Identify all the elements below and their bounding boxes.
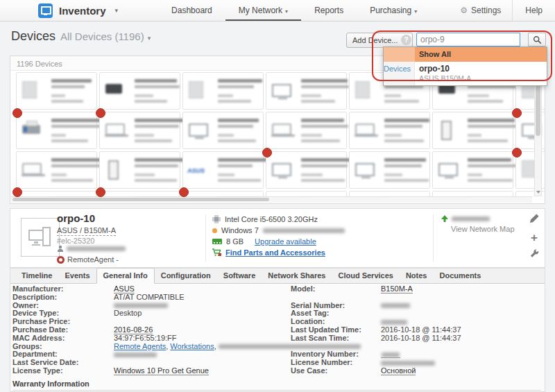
device-cards-container: ASUS bbox=[10, 71, 545, 197]
field-value-cell bbox=[114, 350, 157, 358]
redacted-text bbox=[384, 139, 424, 142]
search-result-item[interactable]: Devices orpo-10 ASUS B150M-A bbox=[384, 62, 547, 85]
cart-icon bbox=[212, 248, 221, 257]
inventory-logo-icon[interactable] bbox=[38, 3, 53, 18]
redacted-text bbox=[51, 164, 104, 167]
device-card[interactable] bbox=[16, 112, 97, 149]
field-value: 34:97:F6:55:19:FF bbox=[114, 334, 177, 342]
redacted-text bbox=[468, 164, 517, 167]
device-card[interactable] bbox=[182, 112, 264, 149]
alert-badge bbox=[179, 187, 189, 197]
file-device-icon bbox=[22, 81, 37, 99]
nav-item-dashboard[interactable]: Dashboard bbox=[158, 0, 225, 21]
upgrade-available-link[interactable]: Upgrade available bbox=[255, 237, 316, 246]
monitor-device-icon bbox=[189, 123, 208, 137]
redacted-text bbox=[384, 164, 422, 167]
device-card[interactable] bbox=[266, 151, 347, 189]
device-card[interactable] bbox=[432, 151, 513, 189]
show-all-option[interactable]: Show All bbox=[384, 47, 547, 62]
editable-value[interactable]: Windows 10 Pro Get Genue bbox=[114, 366, 209, 375]
tab-notes[interactable]: Notes bbox=[400, 269, 434, 283]
view-selector[interactable]: All Devices (1196) bbox=[60, 31, 144, 42]
redacted-text bbox=[51, 179, 93, 182]
redacted-owner-name bbox=[67, 246, 126, 251]
device-card[interactable] bbox=[349, 112, 430, 149]
detail-actions: + bbox=[527, 213, 542, 267]
redacted-os-detail bbox=[263, 228, 345, 233]
nav-item-my-network[interactable]: My Network▾ bbox=[225, 0, 301, 21]
file-device-icon bbox=[355, 81, 370, 99]
search-help-icon[interactable]: ? bbox=[401, 35, 411, 45]
tools-button[interactable] bbox=[527, 249, 542, 267]
device-card[interactable] bbox=[99, 112, 180, 149]
vertical-scroll-thumb[interactable] bbox=[536, 80, 540, 136]
file-device-icon bbox=[189, 81, 203, 99]
device-make-model[interactable]: ASUS / B150M-A bbox=[57, 226, 116, 235]
tab-configuration[interactable]: Configuration bbox=[155, 269, 217, 283]
dropdown-gutter bbox=[384, 47, 415, 62]
warranty-section-header: Warranty Information bbox=[12, 380, 89, 388]
tab-documents[interactable]: Documents bbox=[433, 269, 487, 283]
vertical-scrollbar[interactable] bbox=[534, 71, 542, 196]
redacted-text bbox=[301, 179, 345, 182]
redacted-text bbox=[301, 119, 344, 122]
info-field-model: Model:B150M-A bbox=[291, 285, 461, 293]
editable-redacted-value[interactable] bbox=[381, 351, 400, 358]
search-input[interactable] bbox=[416, 33, 520, 46]
os-spec-row: Windows 7 bbox=[212, 225, 345, 236]
add-button[interactable]: + bbox=[527, 231, 542, 249]
network-meta: View Network Map bbox=[441, 215, 515, 233]
panel-divider bbox=[433, 214, 434, 262]
tab-events[interactable]: Events bbox=[58, 269, 96, 283]
horizontal-scrollbar[interactable] bbox=[11, 196, 532, 203]
device-card[interactable] bbox=[432, 112, 513, 149]
edit-button[interactable] bbox=[527, 213, 542, 231]
tab-general-info[interactable]: General Info bbox=[96, 268, 155, 284]
scroll-down-icon[interactable] bbox=[536, 191, 540, 194]
page-title-text: Devices bbox=[11, 29, 56, 43]
info-field-last-scan-time: Last Scan Time:2016-10-18 @ 11:44:37 bbox=[291, 334, 461, 343]
horizontal-scroll-thumb[interactable] bbox=[12, 198, 269, 201]
field-value-cell: 2016-10-18 @ 11:44:37 bbox=[381, 334, 461, 342]
search-submit-button[interactable] bbox=[528, 33, 546, 46]
field-value-cell bbox=[114, 301, 168, 309]
tab-timeline[interactable]: Timeline bbox=[15, 269, 58, 283]
device-card[interactable] bbox=[16, 72, 97, 110]
laptop-device-icon bbox=[105, 123, 125, 135]
redacted-text bbox=[218, 85, 254, 88]
redacted-text bbox=[468, 158, 511, 162]
show-all-label: Show All bbox=[419, 50, 451, 58]
device-card[interactable]: ASUS bbox=[182, 151, 264, 189]
editable-value[interactable]: Основной bbox=[381, 366, 416, 375]
redacted-text bbox=[51, 139, 88, 142]
nav-item-reports[interactable]: Reports bbox=[301, 0, 357, 21]
group-link-workstations[interactable]: Workstations bbox=[170, 342, 214, 350]
tab-cloud-services[interactable]: Cloud Services bbox=[332, 269, 399, 283]
alert-badge bbox=[96, 187, 105, 197]
group-link-remote-agents[interactable]: Remote Agents bbox=[114, 342, 166, 350]
settings-button[interactable]: ⚙ Settings bbox=[449, 0, 512, 21]
device-card[interactable] bbox=[99, 151, 180, 189]
caret-down-icon: ▾ bbox=[414, 8, 417, 15]
device-card[interactable] bbox=[182, 72, 264, 110]
redacted-text bbox=[384, 100, 419, 103]
redacted-ip-address bbox=[452, 216, 490, 221]
device-card[interactable] bbox=[349, 151, 430, 189]
tab-software[interactable]: Software bbox=[217, 269, 262, 283]
editable-value[interactable]: B150M-A bbox=[381, 284, 413, 293]
field-value-cell: B150M-A bbox=[381, 284, 413, 293]
field-label: Use Case: bbox=[291, 367, 381, 375]
field-label: License Type: bbox=[12, 367, 114, 375]
device-card[interactable] bbox=[16, 151, 97, 189]
device-card[interactable] bbox=[266, 72, 347, 110]
nav-item-label: Purchasing bbox=[370, 6, 411, 15]
find-parts-link[interactable]: Find Parts and Accessories bbox=[225, 248, 325, 257]
nav-item-purchasing[interactable]: Purchasing▾ bbox=[357, 0, 430, 21]
view-selector-caret-icon[interactable]: ▾ bbox=[148, 35, 151, 42]
device-card[interactable] bbox=[99, 72, 180, 110]
device-card[interactable] bbox=[266, 112, 347, 149]
tab-network-shares[interactable]: Network Shares bbox=[262, 269, 332, 283]
help-button[interactable]: Help bbox=[513, 6, 555, 15]
brand-caret-icon[interactable]: ▾ bbox=[115, 7, 119, 14]
view-network-map-link[interactable]: View Network Map bbox=[451, 225, 515, 233]
